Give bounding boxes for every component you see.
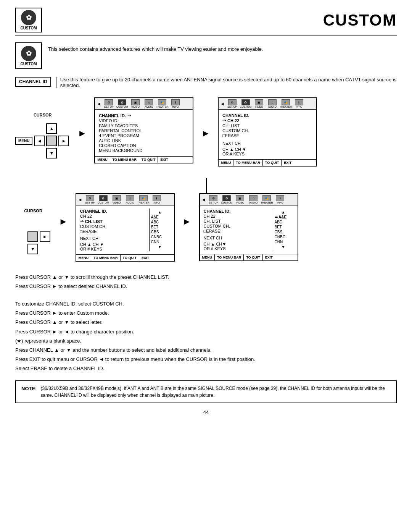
- screen-2: ◄ ⚙ SET UP ✿ CUSTOM ▣ VIDEO ♫ AUDIO: [218, 97, 317, 167]
- menu-icon-theater-4: 🎭 THEATER: [261, 195, 273, 204]
- intro-logo: ✿ CUSTOM: [15, 42, 42, 69]
- screen2-orkeys: OR # KEYS: [222, 152, 312, 156]
- cursor-section-2: CURSOR ► ▼: [15, 209, 51, 255]
- list-item-cnbc-3: CNBC: [151, 235, 169, 239]
- screen2-customch-row: CUSTOM CH.: [222, 128, 312, 133]
- screen-3-right-col: ▲ A&E ABC BET CBS CNBC CNN ▼: [149, 209, 170, 251]
- screen-3: ◄ ⚙ SET UP ✿ CUSTOM ▣ VIDEO ♫ AUDIO: [76, 193, 175, 262]
- cursor-control-1: ▲ ◄ ► ▼: [34, 123, 70, 159]
- screen2-title-row: CHANNEL ID.: [222, 113, 312, 118]
- screen-1-content: CHANNEL ID. ⇒ VIDEO ID. FAMILY FAVORITES…: [95, 110, 193, 156]
- footer-toquit-1: TO QUIT: [139, 157, 158, 163]
- screen-3-left-col: CHANNEL ID. CH 22 ⇒ CH. LIST CUSTOM CH. …: [80, 209, 149, 251]
- theater-icon-3: 🎭: [139, 195, 148, 201]
- menu-icon-custom-1: ✿ CUSTOM: [116, 99, 128, 108]
- screen4-chkeys: CH ▲ CH▼: [204, 242, 273, 246]
- screen-4-right-col: ▲ ⇒ A&E ABC BET CBS CNBC CNN ▼: [273, 209, 294, 251]
- menu-icon-custom-4: ✿ CUSTOM: [220, 195, 233, 204]
- theater-icon-1: 🎭: [158, 99, 166, 105]
- menu-icon-setup-1: ⚙ SET UP: [103, 99, 115, 108]
- menubar-left-arrow-1: ◄: [97, 101, 101, 107]
- menu-icon-info-2: ℹ INFO: [293, 99, 305, 108]
- cursor-right-2[interactable]: ►: [40, 231, 50, 242]
- video-icon-1: ▣: [131, 99, 140, 105]
- screen-4-footer: MENU TO MENU BAR TO QUIT EXIT: [200, 254, 298, 260]
- screen3-chanid: CHANNEL ID.: [80, 209, 149, 213]
- channel-id-description: Use this feature to give up to 20 channe…: [56, 77, 397, 88]
- screen-3-content: CHANNEL ID. CH 22 ⇒ CH. LIST CUSTOM CH. …: [76, 205, 174, 254]
- setup-icon-1: ⚙: [105, 99, 113, 105]
- instruction-5: Press CURSOR ▲ or ▼ to select letter.: [15, 318, 397, 327]
- video-icon-4: ▣: [236, 195, 244, 201]
- custom-icon-1: ✿: [118, 99, 126, 105]
- scroll-down-3: ▼: [151, 245, 169, 249]
- footer-toquit-4: TO QUIT: [244, 254, 262, 260]
- menu-icon-info-4: ℹ INFO: [274, 195, 286, 204]
- screen-3-two-col: CHANNEL ID. CH 22 ⇒ CH. LIST CUSTOM CH. …: [80, 209, 170, 251]
- intro-section: ✿ CUSTOM This selection contains advance…: [15, 42, 397, 69]
- cursor-up-1[interactable]: ▲: [46, 123, 57, 134]
- menu-icon-custom-2: ✿ CUSTOM: [240, 99, 252, 108]
- menu-icon-info-3: ℹ INFO: [151, 195, 163, 204]
- list-item-aae-3: A&E: [151, 215, 169, 219]
- screen2-arrow: ⇒: [222, 118, 226, 123]
- screen-4-two-col: CHANNEL ID. CH 22 CH. LIST CUSTOM CH. □E…: [204, 209, 294, 251]
- list-item-cnbc-4: CNBC: [275, 235, 292, 239]
- menu-icon-video-4: ▣ VIDEO: [234, 195, 246, 204]
- connector-area: [15, 178, 397, 193]
- logo-icon: ✿: [21, 10, 36, 25]
- screen2-nextch: NEXT CH: [222, 141, 312, 146]
- cursor-center-2: [27, 231, 38, 242]
- screen2-erase-row: □ERASE: [222, 133, 312, 138]
- arrow-1-to-2: ►: [77, 128, 87, 139]
- cursor-left-1[interactable]: ◄: [34, 136, 45, 146]
- screen-1-menu-icons: ⚙ SET UP ✿ CUSTOM ▣ VIDEO ♫ AUDIO 🎭 T: [103, 99, 191, 108]
- arrow-2-to-3: ►: [201, 128, 210, 139]
- screen1-row-family: FAMILY FAVORITES: [99, 123, 189, 128]
- screen4-orkeys: OR # KEYS: [204, 246, 273, 251]
- menu-button-1[interactable]: MENU: [15, 137, 32, 145]
- intro-logo-text: CUSTOM: [20, 62, 37, 66]
- footer-menu-4: MENU: [200, 254, 215, 260]
- screen2-chkeys: CH ▲ CH ▼: [222, 147, 312, 152]
- screen-1: ◄ ⚙ SET UP ✿ CUSTOM ▣ VIDEO ♫ AUDIO: [94, 97, 193, 163]
- menu-icon-video-1: ▣ VIDEO: [129, 99, 142, 108]
- footer-menu-3: MENU: [76, 255, 92, 261]
- screen3-erase: □ERASE: [80, 229, 149, 234]
- screen1-arrow: ⇒: [127, 113, 131, 118]
- screen-1-footer: MENU TO MENU BAR TO QUIT EXIT: [95, 156, 193, 163]
- instruction-9: Press EXIT to quit menu or CURSOR ◄ to r…: [15, 355, 397, 364]
- footer-tomenubar-2: TO MENU BAR: [233, 160, 262, 166]
- menu-icon-info-1: ℹ INFO: [169, 99, 182, 108]
- cursor-center-1: [46, 136, 57, 146]
- note-box: NOTE: (36/32UX59B and 36/32FX49B models)…: [15, 380, 397, 403]
- screen3-chlist: ⇒ CH. LIST: [80, 219, 149, 224]
- custom-icon-2: ✿: [241, 99, 250, 105]
- vertical-connector: [206, 178, 207, 193]
- instruction-1: Press CURSOR ▲ or ▼ to scrollll through …: [15, 273, 397, 281]
- diagrams-row-1: CURSOR MENU ▲ ◄ ► ▼ ► ◄ ⚙ SET: [15, 97, 397, 167]
- header-logo: ✿ CUSTOM: [15, 8, 42, 32]
- video-icon-2: ▣: [255, 99, 263, 105]
- screen3-chkeys: CH ▲ CH ▼: [80, 242, 149, 247]
- menu-icon-theater-2: 🎭 THEATER: [280, 99, 292, 108]
- cursor-down-2[interactable]: ▼: [27, 244, 38, 254]
- screen1-row-video: VIDEO ID.: [99, 118, 189, 123]
- screen4-chlist: CH. LIST: [204, 219, 273, 223]
- page-header: ✿ CUSTOM CUSTOM: [15, 8, 397, 36]
- note-text: (36/32UX59B and 36/32FX49B models). If A…: [40, 385, 391, 399]
- cursor-down-1[interactable]: ▼: [46, 148, 57, 158]
- note-label: NOTE:: [21, 385, 37, 399]
- info-icon-1: ℹ: [171, 99, 180, 105]
- menu-icon-video-2: ▣ VIDEO: [253, 99, 265, 108]
- intro-logo-icon: ✿: [21, 46, 36, 61]
- footer-exit-1: EXIT: [158, 157, 170, 163]
- instruction-3: To customize CHANNEL ID, select CUSTOM C…: [15, 300, 397, 308]
- channel-id-section: CHANNEL ID Use this feature to give up t…: [15, 77, 397, 88]
- custom-icon-4: ✿: [222, 195, 231, 201]
- instruction-4: Press CURSOR ► to enter Custom mode.: [15, 309, 397, 317]
- cursor-right-1[interactable]: ►: [58, 136, 69, 146]
- menu-icon-setup-3: ⚙ SET UP: [84, 195, 96, 204]
- list-item-cnn-4: CNN: [275, 240, 292, 244]
- cursor-section-1: CURSOR MENU ▲ ◄ ► ▼: [15, 113, 70, 159]
